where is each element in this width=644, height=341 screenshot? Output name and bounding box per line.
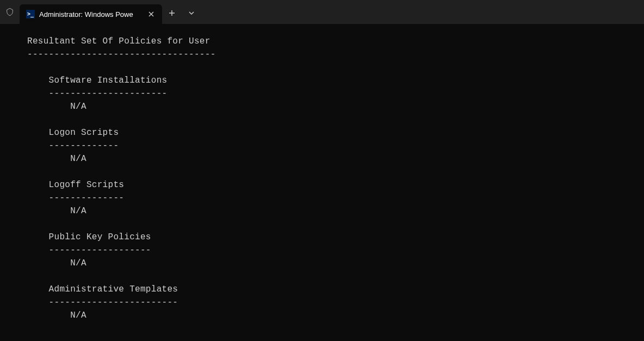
- new-tab-button[interactable]: [162, 3, 182, 23]
- section-value: N/A: [70, 258, 86, 268]
- tab-title: Administrator: Windows Powe: [39, 10, 143, 18]
- section-title: Public Key Policies: [49, 232, 151, 242]
- close-tab-button[interactable]: [147, 10, 156, 18]
- section-value: N/A: [70, 102, 86, 111]
- section-underline: --------------: [49, 193, 125, 203]
- section-value: N/A: [70, 311, 86, 320]
- terminal-output[interactable]: Resultant Set Of Policies for User -----…: [0, 24, 644, 341]
- rsop-header: Resultant Set Of Policies for User: [27, 36, 210, 46]
- section-title: Software Installations: [49, 76, 168, 85]
- section-title: Administrative Templates: [49, 284, 178, 294]
- section-title: Logon Scripts: [49, 128, 119, 138]
- section-underline: ----------------------: [49, 89, 168, 98]
- title-bar: >_ Administrator: Windows Powe: [0, 0, 644, 24]
- section-underline: -------------------: [49, 245, 151, 255]
- powershell-icon: >_: [26, 10, 35, 18]
- section-value: N/A: [70, 154, 86, 164]
- rsop-header-underline: -----------------------------------: [27, 49, 216, 59]
- section-title: Logoff Scripts: [49, 180, 125, 190]
- section-underline: ------------------------: [49, 297, 178, 307]
- section-value: N/A: [70, 206, 86, 216]
- shield-icon: [0, 0, 20, 24]
- section-underline: -------------: [49, 141, 119, 151]
- terminal-tab[interactable]: >_ Administrator: Windows Powe: [20, 4, 162, 24]
- tab-dropdown-button[interactable]: [182, 3, 201, 23]
